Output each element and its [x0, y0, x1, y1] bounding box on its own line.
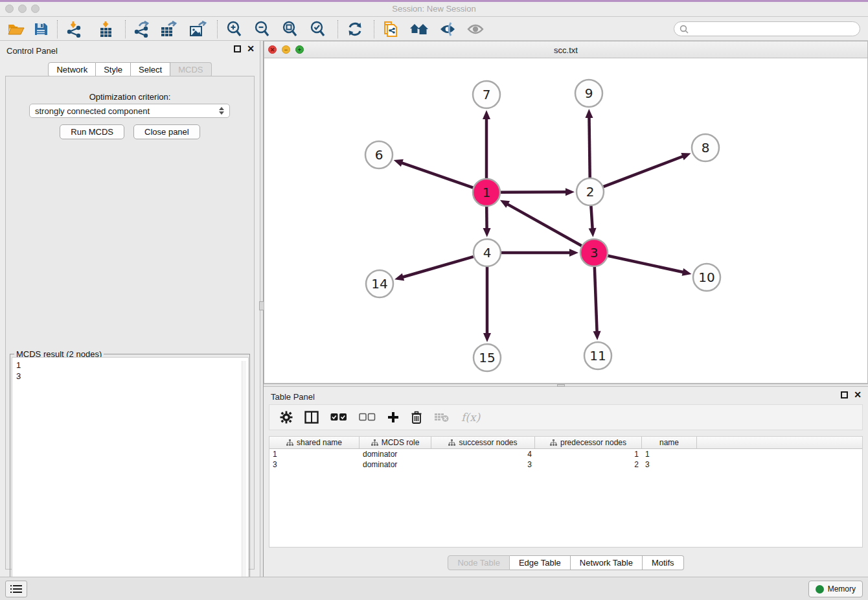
tab-mcds[interactable]: MCDS: [170, 62, 211, 77]
select-all-button[interactable]: [330, 413, 347, 422]
open-folder-icon: [7, 21, 25, 37]
mcds-result-group: MCDS result (2 nodes) 1 3: [10, 354, 250, 597]
save-icon: [33, 21, 49, 37]
node-label: 14: [371, 276, 387, 292]
float-panel-icon[interactable]: [234, 45, 241, 52]
home-layout-button[interactable]: [409, 19, 429, 39]
column-header-predecessor-nodes[interactable]: predecessor nodes: [535, 437, 642, 448]
table-panel: Table Panel ✕: [264, 387, 868, 577]
save-session-button[interactable]: [31, 19, 51, 39]
import-table-icon: [97, 21, 114, 38]
delete-table-button[interactable]: [434, 412, 450, 422]
zoom-in-button[interactable]: [224, 19, 244, 39]
column-header-successor-nodes[interactable]: successor nodes: [431, 437, 535, 448]
cell-predecessor-nodes[interactable]: 2: [535, 460, 642, 469]
table-settings-button[interactable]: [280, 411, 293, 424]
arrowhead-icon: [394, 273, 404, 281]
arrowhead-icon: [483, 110, 490, 119]
edge-3-11[interactable]: [595, 267, 597, 333]
network-canvas[interactable]: 7968124314101511: [264, 58, 867, 383]
table-toolbar: f(x): [269, 404, 863, 430]
criterion-value: strongly connected component: [35, 106, 219, 116]
shared-column-icon: [550, 439, 557, 446]
show-columns-button[interactable]: [304, 411, 319, 424]
export-table-button[interactable]: [159, 19, 179, 39]
cell-shared-name[interactable]: 3: [269, 460, 360, 469]
edge-4-14[interactable]: [402, 257, 474, 277]
function-builder-button[interactable]: f(x): [461, 411, 480, 424]
tab-network-table[interactable]: Network Table: [571, 555, 643, 570]
memory-button[interactable]: Memory: [808, 581, 863, 597]
cell-shared-name[interactable]: 1: [269, 450, 360, 459]
clone-network-button[interactable]: [381, 19, 400, 39]
checked-boxes-icon: [330, 413, 347, 422]
tab-network[interactable]: Network: [48, 62, 96, 77]
toolbar-search[interactable]: [674, 21, 860, 36]
column-label: shared name: [297, 438, 342, 447]
edge-2-3[interactable]: [591, 206, 592, 230]
cell-successor-nodes[interactable]: 3: [431, 460, 535, 469]
zoom-fit-button[interactable]: [280, 19, 299, 39]
cell-successor-nodes[interactable]: 4: [431, 450, 535, 459]
plus-icon: [387, 411, 399, 423]
zoom-selected-button[interactable]: [308, 19, 327, 39]
mcds-result-text[interactable]: 1 3: [12, 357, 249, 596]
create-column-button[interactable]: [387, 411, 399, 423]
cell-mcds-role[interactable]: dominator: [360, 450, 431, 459]
import-table-button[interactable]: [96, 19, 115, 39]
tab-edge-table[interactable]: Edge Table: [510, 555, 571, 570]
table-panel-title: Table Panel: [271, 392, 315, 402]
edge-1-6[interactable]: [400, 163, 473, 188]
cell-name[interactable]: 3: [642, 460, 697, 469]
edge-3-1[interactable]: [507, 203, 582, 246]
import-network-button[interactable]: [65, 19, 84, 39]
column-header-name[interactable]: name: [642, 437, 697, 448]
result-line: 1: [16, 360, 244, 371]
search-input[interactable]: [692, 25, 860, 34]
close-panel-icon[interactable]: ✕: [247, 45, 255, 52]
column-label: predecessor nodes: [560, 438, 626, 447]
run-mcds-button[interactable]: Run MCDS: [60, 124, 124, 139]
hide-selected-button[interactable]: [438, 19, 457, 39]
column-header-shared-name[interactable]: shared name: [269, 437, 360, 448]
toolbar-separator: [337, 20, 338, 38]
float-table-panel-icon[interactable]: [841, 391, 848, 398]
network-graph[interactable]: 7968124314101511: [264, 58, 867, 383]
table-row[interactable]: 1 dominator 4 1 1: [269, 449, 862, 459]
refresh-icon: [347, 21, 363, 38]
cell-predecessor-nodes[interactable]: 1: [535, 450, 642, 459]
node-table[interactable]: shared name MCDS role successor nodes pr…: [269, 436, 863, 548]
edge-2-9[interactable]: [589, 116, 589, 178]
clone-network-icon: [382, 20, 399, 38]
open-session-button[interactable]: [6, 19, 26, 39]
table-row[interactable]: 3 dominator 3 2 3: [269, 459, 862, 470]
task-history-button[interactable]: [5, 581, 27, 597]
close-panel-button[interactable]: Close panel: [133, 124, 200, 139]
gear-icon: [280, 411, 293, 424]
show-hidden-button[interactable]: [466, 19, 485, 39]
edge-1-2[interactable]: [501, 192, 567, 192]
tab-node-table[interactable]: Node Table: [448, 555, 510, 570]
network-titlebar[interactable]: ✕ − + scc.txt: [264, 41, 867, 58]
column-header-mcds-role[interactable]: MCDS role: [360, 437, 431, 448]
tab-style[interactable]: Style: [96, 62, 131, 77]
export-table-icon: [160, 21, 178, 38]
optimization-criterion-label: Optimization criterion:: [6, 92, 254, 102]
edge-2-8[interactable]: [604, 156, 685, 187]
edge-3-10[interactable]: [608, 256, 684, 273]
tab-motifs[interactable]: Motifs: [643, 555, 684, 570]
zoom-out-button[interactable]: [252, 19, 271, 39]
arrowhead-icon: [593, 331, 601, 340]
deselect-all-button[interactable]: [359, 413, 376, 422]
criterion-select[interactable]: strongly connected component: [29, 104, 230, 118]
cell-name[interactable]: 1: [642, 450, 697, 459]
import-network-icon: [66, 21, 83, 38]
apply-layout-button[interactable]: [345, 19, 365, 39]
close-table-panel-icon[interactable]: ✕: [854, 391, 862, 398]
export-image-button[interactable]: [188, 19, 208, 39]
cell-mcds-role[interactable]: dominator: [360, 460, 431, 469]
export-network-button[interactable]: [132, 19, 152, 39]
delete-column-button[interactable]: [411, 411, 422, 424]
result-scrollbar[interactable]: [242, 361, 246, 598]
tab-select[interactable]: Select: [131, 62, 170, 77]
